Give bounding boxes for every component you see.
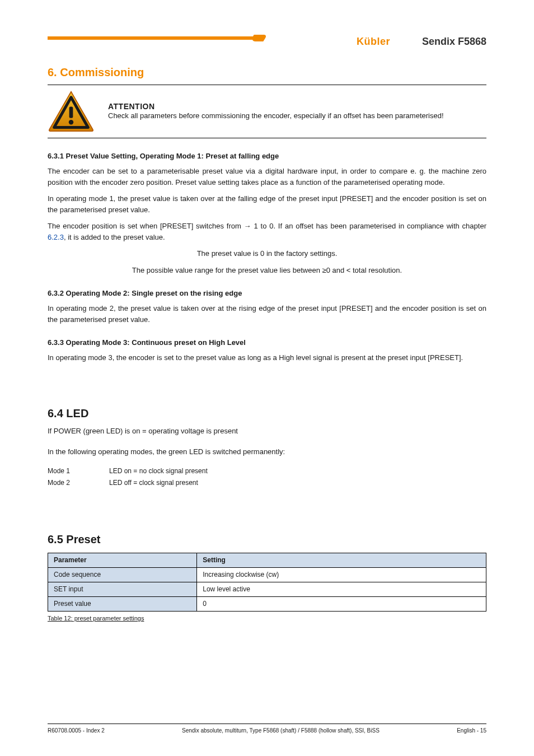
mode-list: Mode 1 LED on = no clock signal present … (48, 465, 486, 489)
section-6-3-2-p1: In operating mode 2, the preset value is… (48, 303, 486, 325)
footer-center: Sendix absolute, multiturn, Type F5868 (… (182, 727, 380, 734)
section-6-4-p1: If POWER (green LED) is on = operating v… (48, 426, 486, 437)
cell-param: Code sequence (48, 567, 197, 582)
section-6-4-heading: 6.4 LED (48, 407, 486, 420)
xref-6-2-3[interactable]: 6.2.3 (48, 233, 64, 241)
section-6-5-heading: 6.5 Preset (48, 533, 486, 546)
cell-set: 0 (197, 596, 486, 611)
col-setting: Setting (197, 553, 486, 567)
section-6-3-1-p4: The preset value is 0 in the factory set… (48, 248, 486, 259)
page: Kübler Sendix F5868 6. Commissioning ATT… (0, 0, 534, 756)
section-6-3-1-p1: The encoder can be set to a parameterisa… (48, 166, 486, 188)
svg-point-1 (69, 120, 73, 124)
section-6-3-1-p3: The encoder position is set when [PRESET… (48, 221, 486, 242)
section-6-3-1-p2: In operating mode 1, the preset value is… (48, 193, 486, 215)
table-head-row: Parameter Setting (48, 553, 486, 567)
cell-param: SET input (48, 582, 197, 596)
warning-icon (48, 91, 95, 132)
table-caption: Table 12: preset parameter settings (48, 615, 486, 622)
mode-value: LED off = clock signal present (109, 477, 486, 489)
cell-set: Low level active (197, 582, 486, 596)
chapter-title: 6. Commissioning (48, 66, 486, 79)
section-6-3-3-p1: In operating mode 3, the encoder is set … (48, 352, 486, 363)
list-item: Mode 2 LED off = clock signal present (48, 477, 486, 489)
table-caption-text: : preset parameter settings (71, 615, 144, 622)
section-6-3-1-heading: 6.3.1 Preset Value Setting, Operating Mo… (48, 152, 486, 160)
footer-left: R60708.0005 - Index 2 (48, 727, 105, 734)
warning-block: ATTENTION Check all parameters before co… (48, 91, 486, 132)
section-6-3-3-heading: 6.3.3 Operating Mode 3: Continuous prese… (48, 338, 486, 347)
list-item: Mode 1 LED on = no clock signal present (48, 465, 486, 478)
page-footer: R60708.0005 - Index 2 Sendix absolute, m… (48, 724, 486, 734)
section-6-4-p2: In the following operating modes, the gr… (48, 446, 486, 458)
footer-rule (48, 724, 486, 724)
section-6-3-1-p5: The possible value range for the preset … (48, 265, 486, 276)
p3-part-b: 1 to 0. If an offset has been parameteri… (254, 222, 486, 230)
section-6-3-2-heading: 6.3.2 Operating Mode 2: Single preset on… (48, 289, 486, 297)
mode-value: LED on = no clock signal present (109, 465, 486, 478)
rule-top (48, 85, 486, 85)
table-row: Code sequence Increasing clockwise (cw) (48, 567, 486, 582)
svg-rect-0 (69, 107, 73, 118)
warning-body: Check all parameters before commissionin… (108, 111, 486, 121)
p3-part-c: , it is added to the preset value. (64, 233, 165, 241)
cell-param: Preset value (48, 596, 197, 611)
col-parameter: Parameter (48, 553, 197, 567)
table-caption-label: Table 12 (48, 615, 71, 622)
p3-part-a: The encoder position is set when [PRESET… (48, 222, 241, 230)
warning-text: ATTENTION Check all parameters before co… (108, 102, 486, 121)
rule-after-warning (48, 138, 486, 138)
mode-label: Mode 1 (48, 465, 109, 478)
warning-level: ATTENTION (108, 102, 486, 111)
preset-table: Parameter Setting Code sequence Increasi… (48, 553, 486, 612)
footer-right: English - 15 (457, 727, 486, 734)
table-row: Preset value 0 (48, 596, 486, 611)
mode-label: Mode 2 (48, 477, 109, 489)
arrow-right-icon: → (244, 222, 251, 230)
header-bar: Kübler Sendix F5868 (48, 34, 486, 58)
product-name: Sendix F5868 (422, 36, 486, 48)
cell-set: Increasing clockwise (cw) (197, 567, 486, 582)
brand-name: Kübler (357, 36, 390, 48)
table-row: SET input Low level active (48, 582, 486, 596)
